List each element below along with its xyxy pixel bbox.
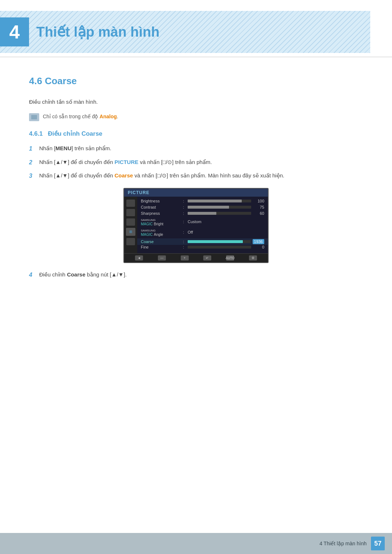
section-description: Điều chỉnh tần số màn hình. <box>29 98 363 106</box>
value-contrast: 75 <box>253 205 264 209</box>
note-box: Chỉ có sẵn trong chế độ Analog. <box>29 113 363 121</box>
chapter-number: 4 <box>9 21 20 43</box>
monitor-menu-area: ⊞ Brightness : 100 Contrast : <box>124 197 268 253</box>
monitor-titlebar: PICTURE <box>124 189 268 197</box>
step-4-number: 4 <box>29 270 36 280</box>
colon-angle: : <box>183 230 184 234</box>
colon-fine: : <box>183 245 184 249</box>
note-icon-inner <box>31 115 37 119</box>
step-3: 3 Nhấn [▲/▼] để di chuyển đến Coarse và … <box>29 171 363 181</box>
chapter-number-box: 4 <box>0 17 29 46</box>
section-title: Coarse <box>45 75 77 86</box>
monitor-row-sharpness: Sharpness : 60 <box>141 211 264 216</box>
bar-fine <box>188 246 251 249</box>
footer-page-number: 57 <box>371 537 385 550</box>
chapter-header: 4 Thiết lập màn hình <box>0 0 392 57</box>
monitor-row-magic-angle: SAMSUNG MAGIC Angle : Off <box>141 228 264 237</box>
samsung-label: SAMSUNG <box>141 218 155 222</box>
main-content: 4.6 Coarse Điều chỉnh tần số màn hình. C… <box>0 61 392 316</box>
step-4: 4 Điều chỉnh Coarse bằng nút [▲/▼]. <box>29 270 363 280</box>
monitor-btn-settings: ⚙ <box>249 255 257 260</box>
value-brightness: 100 <box>253 199 264 203</box>
step-1: 1 Nhấn [MENU] trên sản phẩm. <box>29 144 363 153</box>
monitor-sidebar-item-2 <box>126 209 135 216</box>
monitor-btn-left: ◄ <box>135 255 143 260</box>
bar-sharpness <box>188 212 251 215</box>
monitor-sidebar-icon-symbol: ⊞ <box>129 230 132 234</box>
monitor-row-coarse: Coarse : 1936 <box>137 238 268 245</box>
subsection-title: Điều chỉnh Coarse <box>48 130 102 137</box>
monitor-title-text: PICTURE <box>128 190 150 195</box>
footer-text: 4 Thiết lập màn hình <box>319 541 367 546</box>
monitor-btn-auto: AUTO <box>226 255 234 260</box>
step-3-text: Nhấn [▲/▼] để di chuyển đến Coarse và nh… <box>39 171 284 180</box>
note-text: Chỉ có sẵn trong chế độ Analog. <box>43 113 118 120</box>
monitor-sidebar-item-3 <box>126 218 135 226</box>
step-3-number: 3 <box>29 171 36 181</box>
step-1-text: Nhấn [MENU] trên sản phẩm. <box>39 144 111 153</box>
magic-label-2: MAGIC <box>141 233 153 237</box>
monitor-bottom-bar: ◄ — + ↵ AUTO ⚙ <box>124 253 268 262</box>
monitor-row-fine: Fine : 0 <box>141 245 264 249</box>
subsection-heading: 4.6.1 Điều chỉnh Coarse <box>29 130 363 138</box>
monitor-btn-enter: ↵ <box>203 255 211 260</box>
label-sharpness: Sharpness <box>141 211 181 216</box>
step-4-text: Điều chỉnh Coarse bằng nút [▲/▼]. <box>39 270 127 279</box>
label-contrast: Contrast <box>141 205 181 209</box>
bar-contrast <box>188 206 251 209</box>
monitor-sidebar-icon: ⊞ <box>126 228 135 236</box>
label-coarse: Coarse <box>141 239 181 244</box>
magic-label: MAGIC <box>141 222 153 226</box>
coarse-keyword-step4: Coarse <box>67 271 85 278</box>
label-magic-angle: SAMSUNG MAGIC Angle <box>141 228 181 237</box>
label-magic-bright: SAMSUNG MAGIC Bright <box>141 217 181 226</box>
chapter-title: Thiết lập màn hình <box>36 24 159 40</box>
picture-keyword: PICTURE <box>114 159 138 165</box>
bright-label: Bright <box>154 222 163 226</box>
step-2-number: 2 <box>29 158 36 167</box>
bar-coarse <box>188 240 250 243</box>
bar-brightness <box>188 200 251 202</box>
monitor-sidebar-item-4 <box>126 238 135 245</box>
header-stripe: 4 Thiết lập màn hình <box>0 11 370 53</box>
note-suffix: . <box>117 114 118 119</box>
value-magic-angle: Off <box>188 230 193 234</box>
bar-fill-contrast <box>188 206 229 209</box>
colon-sharpness: : <box>183 211 184 216</box>
subsection-number: 4.6.1 <box>29 130 43 137</box>
label-fine: Fine <box>141 245 181 249</box>
monitor-sidebar: ⊞ <box>124 197 137 253</box>
value-fine: 0 <box>253 245 264 249</box>
colon-contrast: : <box>183 205 184 209</box>
menu-keyword: MENU <box>56 145 72 151</box>
monitor-btn-minus: — <box>158 255 166 260</box>
step-2-text: Nhấn [▲/▼] để di chuyển đến PICTURE và n… <box>39 158 212 167</box>
section-heading: 4.6 Coarse <box>29 75 363 87</box>
samsung-label-2: SAMSUNG <box>141 229 155 232</box>
step-2: 2 Nhấn [▲/▼] để di chuyển đến PICTURE và… <box>29 158 363 167</box>
bar-fill-brightness <box>188 200 242 202</box>
colon-bright: : <box>183 219 184 224</box>
section-number: 4.6 <box>29 75 42 86</box>
bar-fill-sharpness <box>188 212 216 215</box>
colon-coarse: : <box>183 239 184 244</box>
coarse-keyword-step3: Coarse <box>114 172 133 178</box>
step-4-list: 4 Điều chỉnh Coarse bằng nút [▲/▼]. <box>29 270 363 280</box>
monitor-sidebar-item-1 <box>126 200 135 207</box>
bar-fill-coarse <box>188 240 243 243</box>
label-brightness: Brightness <box>141 199 181 203</box>
steps-list: 1 Nhấn [MENU] trên sản phẩm. 2 Nhấn [▲/▼… <box>29 144 363 181</box>
angle-label: Angle <box>154 233 163 237</box>
note-keyword: Analog <box>99 114 117 119</box>
monitor-content: Brightness : 100 Contrast : 75 <box>137 197 268 253</box>
colon-brightness: : <box>183 199 184 203</box>
step-1-number: 1 <box>29 144 36 153</box>
value-magic-bright: Custom <box>188 219 201 224</box>
monitor-btn-plus: + <box>181 255 189 260</box>
monitor-row-magic-bright: SAMSUNG MAGIC Bright : Custom <box>141 217 264 226</box>
monitor-screenshot: PICTURE ⊞ Brightness : <box>123 188 269 263</box>
monitor-row-contrast: Contrast : 75 <box>141 205 264 209</box>
value-sharpness: 60 <box>253 211 264 216</box>
note-prefix: Chỉ có sẵn trong chế độ <box>43 114 99 119</box>
monitor-row-brightness: Brightness : 100 <box>141 199 264 203</box>
